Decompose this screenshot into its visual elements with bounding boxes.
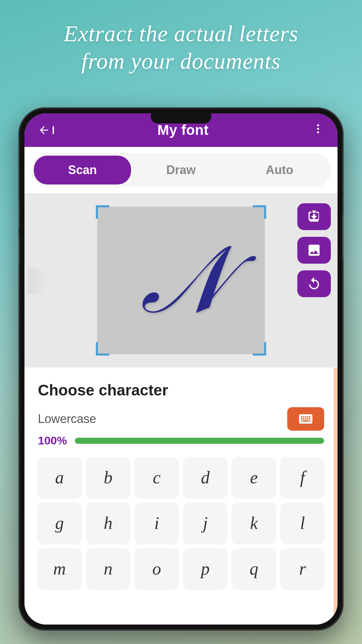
category-label: Lowercase — [38, 412, 96, 426]
side-buttons — [297, 203, 331, 297]
back-arrow-icon — [38, 124, 50, 136]
corner-tr — [253, 205, 266, 219]
choose-character-title: Choose character — [38, 381, 324, 399]
char-l[interactable]: l — [281, 503, 324, 543]
tab-bar: Scan Draw Auto — [24, 147, 338, 193]
progress-percentage: 100% — [38, 434, 68, 447]
tagline: Extract the actual letters from your doc… — [0, 20, 362, 75]
app-title: My font — [158, 122, 209, 138]
svg-point-0 — [317, 124, 319, 126]
char-e[interactable]: e — [232, 457, 276, 497]
tab-container: Scan Draw Auto — [31, 153, 331, 187]
left-fade — [28, 267, 48, 294]
char-j[interactable]: j — [184, 503, 227, 543]
progress-bar-background — [75, 438, 324, 444]
keyboard-button[interactable] — [287, 407, 324, 431]
tab-auto[interactable]: Auto — [231, 156, 328, 184]
bottom-section: Choose character Lowercase 100% — [24, 368, 338, 625]
character-grid: a b c d e f g h i j k l m n o p q — [38, 457, 324, 589]
char-q[interactable]: q — [232, 548, 276, 589]
char-b[interactable]: b — [86, 457, 130, 497]
rotate-button[interactable] — [297, 270, 331, 297]
scan-area: 𝒩 — [24, 193, 338, 368]
char-n[interactable]: n — [86, 548, 130, 589]
upload-camera-button[interactable] — [297, 203, 331, 230]
scroll-indicator[interactable] — [334, 368, 338, 625]
tab-draw[interactable]: Draw — [132, 156, 230, 184]
back-button[interactable] — [38, 124, 54, 136]
scanned-letter: 𝒩 — [143, 233, 219, 327]
char-c[interactable]: c — [135, 457, 178, 497]
char-a[interactable]: a — [38, 457, 81, 497]
char-k[interactable]: k — [232, 503, 276, 543]
more-options-button[interactable] — [312, 123, 324, 138]
corner-bl — [96, 342, 109, 356]
char-o[interactable]: o — [135, 548, 178, 589]
corner-tl — [96, 205, 109, 219]
char-i[interactable]: i — [135, 503, 178, 543]
phone-frame: My font Scan Draw Auto — [18, 107, 344, 631]
char-p[interactable]: p — [184, 548, 227, 589]
tagline-line2: from your documents — [81, 48, 281, 74]
document-preview: 𝒩 — [97, 207, 265, 354]
progress-row: 100% — [38, 434, 324, 447]
volume-down-button — [18, 238, 20, 265]
svg-point-1 — [317, 128, 319, 130]
phone-screen: My font Scan Draw Auto — [24, 113, 338, 625]
char-f[interactable]: f — [281, 457, 324, 497]
corner-br — [253, 342, 266, 356]
tagline-line1: Extract the actual letters — [64, 21, 298, 46]
char-m[interactable]: m — [38, 548, 81, 589]
char-g[interactable]: g — [38, 503, 81, 543]
char-r[interactable]: r — [281, 548, 324, 589]
notch — [151, 113, 211, 123]
category-row: Lowercase — [38, 407, 324, 431]
tab-scan[interactable]: Scan — [34, 156, 131, 184]
power-button — [342, 215, 344, 258]
char-d[interactable]: d — [184, 457, 227, 497]
gallery-button[interactable] — [297, 237, 331, 264]
progress-bar-fill — [75, 438, 324, 444]
back-line — [53, 126, 54, 134]
svg-point-2 — [317, 131, 319, 133]
volume-up-button — [18, 201, 20, 228]
char-h[interactable]: h — [86, 503, 130, 543]
